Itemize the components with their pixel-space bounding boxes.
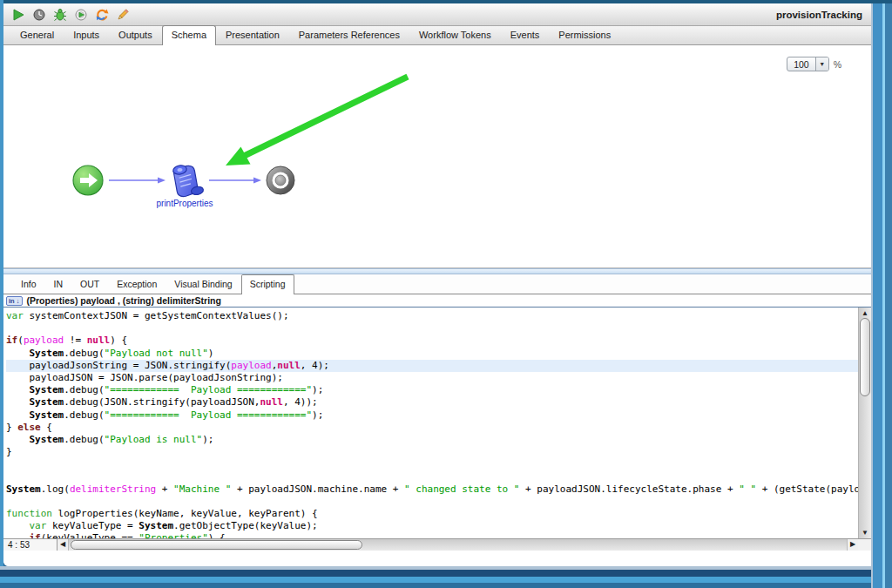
task-label: printProperties (141, 199, 228, 208)
horizontal-scrollbar: 4 : 53 ◀ ▶ (3, 538, 858, 551)
tab-exception[interactable]: Exception (108, 274, 166, 294)
workflow-title: provisionTracking (776, 10, 862, 20)
vertical-scrollbar[interactable]: ▲ ▼ (858, 308, 871, 538)
run-in-background-icon (74, 8, 88, 22)
task-detail-tabbar: InfoINOUTExceptionVisual BindingScriptin… (3, 274, 871, 294)
connector-task-to-end (209, 177, 261, 183)
code-line: System.debug("Payload not null") (6, 348, 858, 360)
tab-parameters-references[interactable]: Parameters References (289, 25, 409, 44)
code-line (6, 496, 858, 508)
connector-start-to-task (109, 177, 166, 183)
workflow-end-node[interactable] (267, 166, 294, 194)
code-line: var keyValueType = System.getObjectType(… (6, 520, 858, 532)
annotation-arrow (226, 77, 408, 166)
window-frame-right (871, 0, 892, 588)
scroll-left-arrow-icon[interactable]: ◀ (57, 539, 69, 551)
code-line: System.debug("============ Payload =====… (6, 384, 858, 396)
zoom-control: 100 ▼ % (787, 57, 841, 71)
caret-position: 4 : 53 (3, 539, 57, 551)
tab-outputs[interactable]: Outputs (109, 25, 162, 44)
tab-permissions[interactable]: Permissions (549, 25, 620, 44)
revert-button[interactable] (92, 5, 111, 24)
code-line: } else { (6, 422, 858, 434)
run-icon (11, 8, 25, 22)
code-line: payloadJsonString = JSON.stringify(paylo… (6, 360, 858, 372)
tab-inputs[interactable]: Inputs (64, 25, 109, 44)
tab-scripting[interactable]: Scripting (241, 274, 294, 294)
schedule-button[interactable] (30, 5, 48, 24)
script-parameters-text: (Properties) payload , (string) delimite… (27, 295, 221, 306)
code-line: var systemContextJSON = getSystemContext… (6, 310, 858, 322)
tab-events[interactable]: Events (501, 25, 550, 44)
tab-in[interactable]: IN (45, 274, 72, 294)
in-parameters-icon: in ↓ (6, 296, 23, 306)
code-line (6, 322, 858, 335)
debug-icon (53, 8, 67, 22)
code-line (6, 470, 858, 483)
code-view[interactable]: var systemContextJSON = getSystemContext… (3, 308, 858, 538)
script-parameters-bar: in ↓ (Properties) payload , (string) del… (3, 294, 871, 308)
horizontal-scroll-thumb[interactable] (71, 540, 362, 550)
tab-visual-binding[interactable]: Visual Binding (166, 274, 240, 294)
window-footer (3, 551, 871, 566)
code-line: System.debug("============ Payload =====… (6, 409, 858, 422)
code-line: if(payload != null) { (6, 335, 858, 347)
toolbar: provisionTracking (3, 3, 871, 26)
schedule-icon (32, 8, 46, 22)
code-line: if(keyValueType == "Properties") { (6, 532, 858, 538)
run-in-background-button[interactable] (71, 5, 90, 24)
revert-icon (95, 8, 109, 22)
zoom-percent-label: % (834, 59, 841, 70)
edit-icon (116, 8, 130, 22)
code-line (6, 458, 858, 470)
window-frame-bottom (0, 566, 876, 588)
vertical-scroll-thumb[interactable] (860, 318, 870, 396)
scroll-down-arrow-icon[interactable]: ▼ (859, 527, 871, 538)
zoom-value: 100 (787, 57, 815, 71)
scroll-right-arrow-icon[interactable]: ▶ (847, 539, 858, 551)
debug-button[interactable] (51, 5, 69, 24)
edit-button[interactable] (113, 5, 132, 24)
code-line: System.debug(JSON.stringify(payloadJSON,… (6, 396, 858, 409)
workflow-task-node[interactable] (172, 162, 204, 198)
panel-splitter[interactable] (3, 268, 871, 274)
code-line: function logProperties(keyName, keyValue… (6, 508, 858, 520)
tab-workflow-tokens[interactable]: Workflow Tokens (409, 25, 501, 44)
tab-presentation[interactable]: Presentation (216, 25, 289, 44)
editor-tabbar: GeneralInputsOutputsSchemaPresentationPa… (3, 26, 871, 45)
code-line: payloadJSON = JSON.parse(payloadJsonStri… (6, 372, 858, 384)
tab-general[interactable]: General (10, 25, 64, 44)
tab-schema[interactable]: Schema (162, 25, 216, 45)
zoom-select[interactable]: 100 ▼ (787, 57, 829, 71)
code-line: } (6, 446, 858, 458)
workflow-editor-window: provisionTracking GeneralInputsOutputsSc… (3, 3, 871, 566)
schema-canvas[interactable]: printProperties 100 ▼ % (3, 45, 871, 268)
tab-out[interactable]: OUT (71, 274, 108, 294)
zoom-dropdown-arrow-icon[interactable]: ▼ (815, 57, 828, 71)
run-button[interactable] (9, 5, 27, 24)
script-editor: var systemContextJSON = getSystemContext… (3, 308, 871, 551)
scrollbar-corner (858, 538, 871, 551)
screen: provisionTracking GeneralInputsOutputsSc… (0, 0, 892, 588)
code-line: System.debug("Payload is null"); (6, 434, 858, 446)
horizontal-scroll-track[interactable] (69, 539, 847, 551)
workflow-diagram (3, 45, 871, 268)
tab-info[interactable]: Info (12, 274, 45, 294)
code-line: System.log(delimiterString + "Machine " … (6, 483, 858, 496)
workflow-start-node[interactable] (73, 166, 103, 195)
